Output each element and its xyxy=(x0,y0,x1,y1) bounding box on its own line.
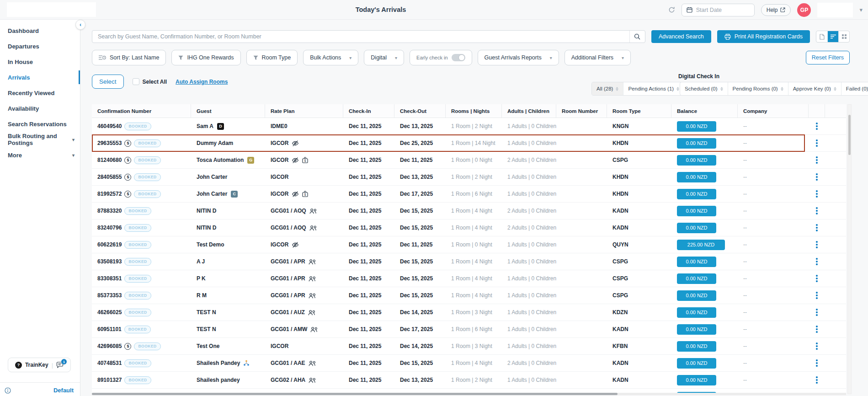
kebab-menu-icon[interactable] xyxy=(814,138,820,149)
tab-failed-0[interactable]: Failed (0) xyxy=(841,82,868,95)
reset-filters-button[interactable]: Reset Filters xyxy=(806,51,850,64)
balance-button[interactable]: 0.00 NZD xyxy=(677,307,716,318)
kebab-menu-icon[interactable] xyxy=(814,273,820,284)
filter-digital[interactable]: Digital▾ xyxy=(364,50,404,65)
sidebar-item-arrivals[interactable]: Arrivals xyxy=(0,70,80,85)
balance-button[interactable]: 0.00 NZD xyxy=(677,324,716,335)
early-check-in-toggle[interactable] xyxy=(452,54,465,61)
filter-bulk-actions[interactable]: Bulk Actions▾ xyxy=(303,50,358,65)
refresh-icon[interactable] xyxy=(668,6,675,13)
balance-button[interactable]: 0.00 NZD xyxy=(677,358,716,369)
select-all-checkbox[interactable]: Select All xyxy=(133,78,167,85)
filter-ihg-one-rewards[interactable]: IHG One Rewards xyxy=(171,50,240,65)
horizontal-scrollbar[interactable] xyxy=(92,393,846,395)
sidebar-item-dashboard[interactable]: Dashboard xyxy=(0,23,80,38)
kebab-menu-icon[interactable] xyxy=(814,121,820,132)
table-row[interactable]: 81992572$BOOKEDJohn CarterCIGCOR$Dec 11,… xyxy=(92,186,846,203)
grid-view-icon[interactable] xyxy=(838,31,849,42)
table-row[interactable]: 40748531BOOKEDShailesh PandeyGCG01 / AAE… xyxy=(92,355,846,372)
start-date-input[interactable]: Start Date xyxy=(682,4,755,16)
table-row[interactable]: 81240680$BOOKEDTosca AutomationGIGCOR$De… xyxy=(92,152,846,169)
balance-button[interactable]: 0.00 NZD xyxy=(677,206,716,216)
balance-button[interactable]: 0.00 NZD xyxy=(677,273,716,284)
kebab-menu-icon[interactable] xyxy=(814,358,820,369)
kebab-menu-icon[interactable] xyxy=(814,205,820,216)
sidebar-item-label: More xyxy=(8,152,72,159)
auto-assign-rooms-link[interactable]: Auto Assign Rooms xyxy=(176,79,228,85)
trainkey-button[interactable]: ? TrainKey | 1 xyxy=(8,358,71,372)
chat-icon[interactable]: 1 xyxy=(56,362,64,368)
table-row[interactable]: 63508193BOOKEDA JGCG01 / APRDec 11, 2025… xyxy=(92,253,846,270)
table-row[interactable]: 83240796BOOKEDNITIN DGCG01 / AOQDec 11, … xyxy=(92,219,846,236)
table-row[interactable]: 46049540BOOKEDSam ADIDME0Dec 11, 2025Dec… xyxy=(92,118,846,135)
table-row[interactable]: 60622619BOOKEDTest DemoIGCORDec 11, 2025… xyxy=(92,236,846,253)
table-row[interactable]: 83308351BOOKEDP KGCG01 / APRDec 11, 2025… xyxy=(92,270,846,287)
kebab-menu-icon[interactable] xyxy=(814,188,820,199)
table-row[interactable]: 85373353BOOKEDR MGCG01 / APRDec 11, 2025… xyxy=(92,287,846,304)
avatar[interactable]: GP xyxy=(797,3,811,17)
kebab-menu-icon[interactable] xyxy=(814,324,820,335)
kebab-menu-icon[interactable] xyxy=(814,375,820,385)
table-row[interactable]: 29635553$BOOKEDDummy AdamIGCORDec 11, 20… xyxy=(92,135,846,152)
sidebar-item-search-reservations[interactable]: Search Reservations xyxy=(0,116,80,132)
list-view-icon[interactable] xyxy=(827,31,838,42)
kebab-menu-icon[interactable] xyxy=(814,155,820,166)
table-row[interactable]: 60951101BOOKEDTEST NGCG01 / AMWDec 11, 2… xyxy=(92,321,846,338)
table-row[interactable]: 87883320BOOKEDNITIN DGCG01 / AOQDec 11, … xyxy=(92,203,846,219)
adults-children-cell: 2 Adults | 0 Children xyxy=(502,355,556,371)
kebab-menu-icon[interactable] xyxy=(814,307,820,318)
search-icon[interactable] xyxy=(629,31,645,43)
tab-approve-key-0[interactable]: Approve Key (0) xyxy=(788,82,841,95)
tab-scheduled-0[interactable]: Scheduled (0) xyxy=(680,82,728,95)
balance-button[interactable]: 0.00 NZD xyxy=(677,375,716,385)
room-type-cell: KADN xyxy=(607,321,671,337)
table-row[interactable]: 46266025BOOKEDTEST NGCG01 / AUZDec 11, 2… xyxy=(92,304,846,321)
filter-guest-arrivals-reports[interactable]: Guest Arrivals Reports▾ xyxy=(478,50,559,65)
filter-room-type[interactable]: Room Type xyxy=(246,50,298,65)
sidebar-item-in-house[interactable]: In House xyxy=(0,54,80,70)
document-view-icon[interactable] xyxy=(816,31,827,42)
filter-early-check-in[interactable]: Early check in xyxy=(410,50,472,65)
balance-button[interactable]: 0.00 NZD xyxy=(677,257,716,267)
help-button[interactable]: Help xyxy=(761,4,791,16)
sidebar-item-recently-viewed[interactable]: Recently Viewed xyxy=(0,85,80,101)
balance-button[interactable]: 0.00 NZD xyxy=(677,341,716,352)
table-row[interactable]: 28405855$BOOKEDJohn CarterIGCORDec 11, 2… xyxy=(92,169,846,186)
print-registration-cards-button[interactable]: Print All Registration Cards xyxy=(717,30,810,43)
balance-button[interactable]: 225.00 NZD xyxy=(677,240,725,250)
table-row[interactable]: 42696085$BOOKEDTest OneIGCORDec 11, 2025… xyxy=(92,338,846,355)
balance-button[interactable]: 0.00 NZD xyxy=(677,155,716,166)
balance-button[interactable]: 0.00 NZD xyxy=(677,121,716,132)
table-row[interactable]: 89101327BOOKEDShailesh pandeyGCG02 / AHA… xyxy=(92,372,846,389)
advanced-search-button[interactable]: Advanced Search xyxy=(651,30,711,43)
kebab-menu-icon[interactable] xyxy=(814,341,820,352)
sidebar-item-departures[interactable]: Departures xyxy=(0,38,80,54)
chevron-down-icon[interactable]: ▾ xyxy=(859,6,863,13)
balance-button[interactable]: 0.00 NZD xyxy=(677,172,716,182)
filter-additional-filters[interactable]: Additional Filters▾ xyxy=(564,50,631,65)
select-button[interactable]: Select xyxy=(92,75,124,89)
search-input[interactable] xyxy=(92,33,629,40)
sidebar-item-more[interactable]: More▾ xyxy=(0,147,80,163)
tab-pending-actions-1[interactable]: Pending Actions (1) xyxy=(623,82,684,95)
balance-button[interactable]: 0.00 NZD xyxy=(677,138,716,149)
info-icon[interactable] xyxy=(5,387,11,394)
kebab-menu-icon[interactable] xyxy=(814,222,820,233)
kebab-menu-icon[interactable] xyxy=(814,171,820,182)
kebab-menu-icon[interactable] xyxy=(814,239,820,250)
sidebar-item-availability[interactable]: Availability xyxy=(0,101,80,116)
filter-sort-by-last-name[interactable]: Sort By: Last Name xyxy=(92,50,166,65)
vertical-scrollbar[interactable] xyxy=(847,104,852,394)
tab-pending-rooms-0[interactable]: Pending Rooms (0) xyxy=(728,82,788,95)
sidebar-collapse-button[interactable]: ‹ xyxy=(75,20,85,30)
kebab-menu-icon[interactable] xyxy=(814,290,820,301)
checkbox-icon[interactable] xyxy=(133,78,139,85)
adults-children-cell: 1 Adults | 0 Children xyxy=(502,321,556,337)
tab-all-28[interactable]: All (28) xyxy=(592,82,623,95)
kebab-menu-icon[interactable] xyxy=(814,256,820,267)
default-link[interactable]: Default xyxy=(53,387,74,394)
balance-button[interactable]: 0.00 NZD xyxy=(677,189,716,199)
balance-button[interactable]: 0.00 NZD xyxy=(677,223,716,233)
sidebar-item-bulk-routing-and-postings[interactable]: Bulk Routing and Postings▾ xyxy=(0,132,80,147)
balance-button[interactable]: 0.00 NZD xyxy=(677,290,716,301)
